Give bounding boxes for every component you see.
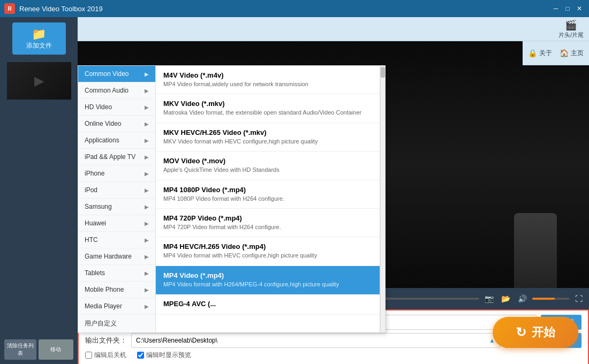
category-label: 用户自定义 [85,319,117,328]
titlebar: R Renee Video Toolbox 2019 ─ □ ✕ [0,0,589,17]
category-arrow-icon: ▶ [145,154,149,160]
category-arrow-icon: ▶ [145,221,149,226]
right-toolbar-area: 🔒 关于 🏠 主页 [523,41,589,65]
category-item-htc[interactable]: HTC ▶ [78,232,155,248]
format-name: MP4 Video (*.mp4) [163,271,372,279]
add-file-button[interactable]: 📁 添加文件 [12,22,66,55]
volume-button[interactable]: 🔊 [516,293,529,304]
category-item-ipad[interactable]: iPad && Apple TV ▶ [78,149,155,165]
category-item-media-player[interactable]: Media Player ▶ [78,298,155,315]
category-label: iPod [85,186,97,194]
fullscreen-button[interactable]: ⛶ [573,293,585,304]
category-label: Tablets [85,269,105,277]
volume-fill [532,298,555,300]
home-button[interactable]: 🏠 主页 [560,49,584,58]
category-item-mobile-phone[interactable]: Mobile Phone ▶ [78,282,155,298]
category-item-huawei[interactable]: Huawei ▶ [78,215,155,232]
add-file-label: 添加文件 [26,41,52,50]
category-item-online-video[interactable]: Online Video ▶ [78,116,155,132]
category-label: Game Hardware [85,253,132,260]
format-name: MP4 HEVC/H.265 Video (*.mp4) [163,242,372,251]
format-item-mov[interactable]: MOV Video (*.mov) Apple's QuickTime Vide… [156,151,380,180]
settings-label: 关于 [539,49,552,58]
category-label: Common Audio [85,87,129,94]
format-name: MKV HEVC/H.265 Video (*.mkv) [163,128,372,136]
format-desc: MP4 Video format with HEVC configure,hig… [163,252,372,260]
category-label: Media Player [85,302,122,310]
format-desc: Matroska Video format, the extensible op… [163,109,372,117]
category-label: HD Video [85,103,112,111]
format-item-mkv[interactable]: MKV Video (*.mkv) Matroska Video format,… [156,94,380,123]
category-item-common-video[interactable]: Common Video ▶ [78,66,155,82]
folder-select[interactable]: C:\Users\Reneelab\Desktop\ ▲ [131,333,500,348]
category-label: Common Video [85,70,129,78]
category-item-user-custom[interactable]: 用户自定义 [78,315,155,333]
format-desc: Apple's QuickTime Video with HD Standard… [163,166,372,174]
category-label: iPad && Apple TV [85,153,135,161]
format-item-m4v[interactable]: M4V Video (*.m4v) MP4 Video format,widel… [156,66,380,94]
app-title: Renee Video Toolbox 2019 [19,5,550,13]
category-arrow-icon: ▶ [145,304,149,309]
category-arrow-icon: ▶ [145,104,149,110]
category-label: Online Video [85,120,122,127]
category-item-common-audio[interactable]: Common Audio ▶ [78,82,155,99]
thumbnail-placeholder-icon: ▶ [34,73,44,88]
category-arrow-icon: ▶ [145,88,149,94]
category-item-iphone[interactable]: iPhone ▶ [78,165,155,182]
format-item-mp4-720p[interactable]: MP4 720P Video (*.mp4) MP4 720P Video fo… [156,209,380,237]
preview-checkbox-label[interactable]: 编辑时显示预览 [137,351,191,360]
start-button-area: ↻ 开始 [493,317,578,348]
folder-label: 输出文件夹： [85,336,127,345]
shutdown-checkbox[interactable] [85,352,92,359]
checkboxes-row: 编辑后关机 编辑时显示预览 [85,351,582,360]
category-label: Huawei [85,219,106,227]
preview-checkbox[interactable] [137,352,144,359]
lock-icon: 🔒 [528,49,537,57]
sidebar-actions: 清除任务列表 移动 [0,335,78,364]
category-arrow-icon: ▶ [145,204,149,210]
format-item-mp4[interactable]: MP4 Video (*.mp4) MP4 Video format with … [156,266,380,294]
volume-bar[interactable] [532,298,570,300]
settings-button[interactable]: 🔒 关于 [528,49,552,58]
format-list: M4V Video (*.m4v) MP4 Video format,widel… [155,65,380,333]
category-label: Mobile Phone [85,286,124,293]
sidebar: 📁 添加文件 ▶ 清除任务列表 移动 [0,17,78,364]
start-button-label: 开始 [532,324,555,340]
category-item-ipod[interactable]: iPod ▶ [78,182,155,199]
category-arrow-icon: ▶ [145,71,149,77]
preview-label: 编辑时显示预览 [146,351,191,360]
category-item-hd-video[interactable]: HD Video ▶ [78,99,155,116]
folder-button[interactable]: 📂 [499,293,512,304]
video-thumbnail: ▶ [7,62,71,100]
format-item-mp4-1080p[interactable]: MP4 1080P Video (*.mp4) MP4 1080P Video … [156,180,380,209]
maximize-button[interactable]: □ [562,3,573,14]
format-item-mpeg4-avc[interactable]: MPEG-4 AVC (... [156,294,380,315]
shutdown-label: 编辑后关机 [94,351,126,360]
category-arrow-icon: ▶ [145,121,149,127]
category-item-samsung[interactable]: Samsung ▶ [78,199,155,215]
home-label: 主页 [571,49,584,58]
home-icon: 🏠 [560,49,569,57]
clear-tasks-button[interactable]: 清除任务列表 [4,339,36,360]
format-desc: MKV Video format with HEVC configure,hig… [163,138,372,146]
head-tail-button[interactable]: 🎬 片头/片尾 [558,19,584,39]
close-button[interactable]: ✕ [574,3,585,14]
category-arrow-icon: ▶ [145,187,149,193]
app-logo: R [4,3,15,14]
start-button[interactable]: ↻ 开始 [493,317,578,348]
minimize-button[interactable]: ─ [550,3,561,14]
format-desc: MP4 Video format with H264/MPEG-4 config… [163,280,372,289]
category-arrow-icon: ▶ [145,171,149,177]
format-item-mp4-hevc[interactable]: MP4 HEVC/H.265 Video (*.mp4) MP4 Video f… [156,237,380,266]
category-item-tablets[interactable]: Tablets ▶ [78,265,155,282]
category-item-game-hardware[interactable]: Game Hardware ▶ [78,248,155,265]
snapshot-button[interactable]: 📷 [482,293,496,304]
category-label: Applications [85,136,119,144]
category-item-applications[interactable]: Applications ▶ [78,132,155,149]
format-item-mkv-hevc[interactable]: MKV HEVC/H.265 Video (*.mkv) MKV Video f… [156,123,380,151]
format-list-scrollbar[interactable] [380,65,386,333]
shutdown-checkbox-label[interactable]: 编辑后关机 [85,351,126,360]
category-label: iPhone [85,170,104,177]
move-button[interactable]: 移动 [39,339,74,360]
format-dropdown: Common Video ▶ Common Audio ▶ HD Video ▶… [78,65,386,333]
